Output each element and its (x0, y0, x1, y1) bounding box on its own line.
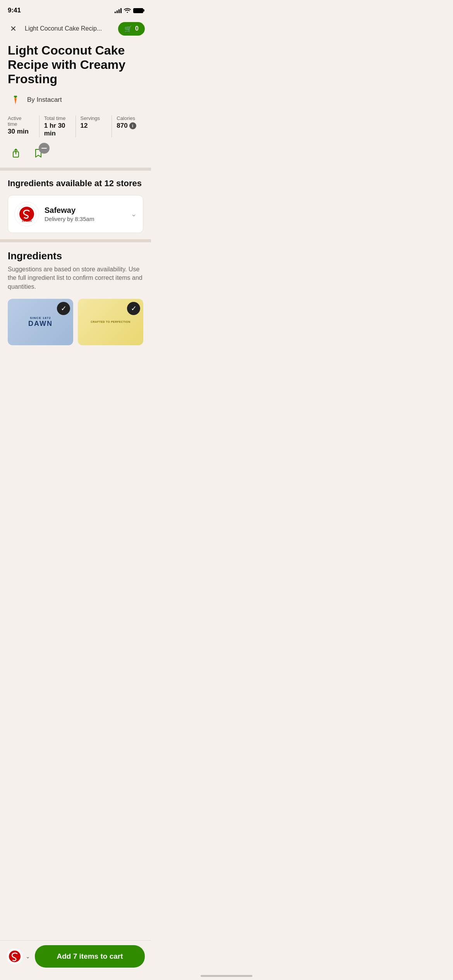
ingredient-check-badge-2: ✓ (127, 302, 140, 315)
store-info: Safeway Delivery by 8:35am (45, 206, 125, 222)
stat-total-time: Total time 1 hr 30 min (44, 115, 71, 137)
calories-info-icon[interactable]: i (129, 122, 136, 129)
store-name: Safeway (45, 206, 125, 215)
cart-button[interactable]: 🛒 0 (118, 22, 145, 36)
recipe-stats: Active time 30 min Total time 1 hr 30 mi… (8, 115, 143, 137)
svg-text:SAFEWAY: SAFEWAY (22, 220, 33, 222)
stores-section: Ingredients available at 12 stores SAFEW… (0, 171, 151, 239)
store-chevron-icon: ⌄ (131, 210, 137, 218)
status-icons (115, 7, 143, 14)
status-bar: 9:41 (0, 0, 151, 19)
signal-icon (115, 8, 122, 13)
safeway-logo: SAFEWAY (14, 202, 39, 226)
stat-servings-value: 12 (81, 122, 103, 130)
ingredients-section: Ingredients Suggestions are based on sto… (0, 242, 151, 345)
wifi-icon (124, 7, 131, 14)
stat-servings-label: Servings (81, 115, 103, 121)
recipe-header: Light Coconut Cake Recipe with Creamy Fr… (0, 40, 151, 168)
ingredients-title: Ingredients (8, 250, 143, 262)
stat-active-time-label: Active time (8, 115, 30, 127)
stat-active-time: Active time 30 min (8, 115, 34, 137)
nav-title: Light Coconut Cake Recip... (20, 25, 118, 32)
stat-divider-3 (112, 115, 112, 137)
share-button[interactable] (8, 145, 24, 161)
ingredient-cards: SINCE 1872 DAWN ✓ CRAFTED TO PERFECTION … (8, 299, 143, 345)
stat-total-time-value: 1 hr 30 min (44, 122, 66, 137)
store-card-safeway[interactable]: SAFEWAY Safeway Delivery by 8:35am ⌄ (8, 195, 143, 233)
author-text: By Instacart (27, 96, 62, 104)
status-time: 9:41 (8, 7, 21, 14)
stores-title: Ingredients available at 12 stores (8, 178, 143, 188)
battery-icon (133, 8, 143, 13)
store-delivery: Delivery by 8:35am (45, 216, 125, 222)
stat-calories-value: 870 i (117, 122, 139, 130)
section-divider-2 (0, 239, 151, 242)
ingredients-subtitle: Suggestions are based on store availabil… (8, 265, 143, 291)
action-buttons (8, 145, 143, 161)
ingredient-card-1[interactable]: SINCE 1872 DAWN ✓ (8, 299, 73, 345)
instacart-logo (8, 92, 23, 108)
ingredient-card-2[interactable]: CRAFTED TO PERFECTION ✓ (78, 299, 143, 345)
stat-servings: Servings 12 (81, 115, 107, 137)
bookmark-button[interactable] (30, 145, 46, 161)
stat-calories: Calories 870 i (117, 115, 143, 137)
nav-bar: ✕ Light Coconut Cake Recip... 🛒 0 (0, 19, 151, 40)
recipe-title: Light Coconut Cake Recipe with Creamy Fr… (8, 43, 143, 86)
stat-active-time-value: 30 min (8, 128, 30, 135)
cart-icon: 🛒 (124, 25, 132, 33)
stat-calories-label: Calories (117, 115, 139, 121)
bookmark-toggle (39, 143, 50, 154)
stat-divider-2 (76, 115, 76, 137)
close-button[interactable]: ✕ (6, 22, 20, 36)
recipe-author: By Instacart (8, 92, 143, 108)
stat-total-time-label: Total time (44, 115, 66, 121)
cart-count: 0 (135, 25, 139, 32)
stat-divider-1 (39, 115, 39, 137)
section-divider-1 (0, 168, 151, 171)
ingredient-check-badge-1: ✓ (57, 302, 70, 315)
